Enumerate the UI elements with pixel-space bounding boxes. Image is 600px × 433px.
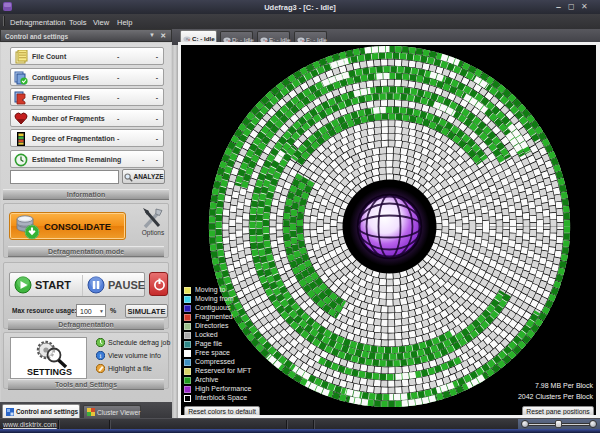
svg-text:i: i [100, 352, 102, 360]
